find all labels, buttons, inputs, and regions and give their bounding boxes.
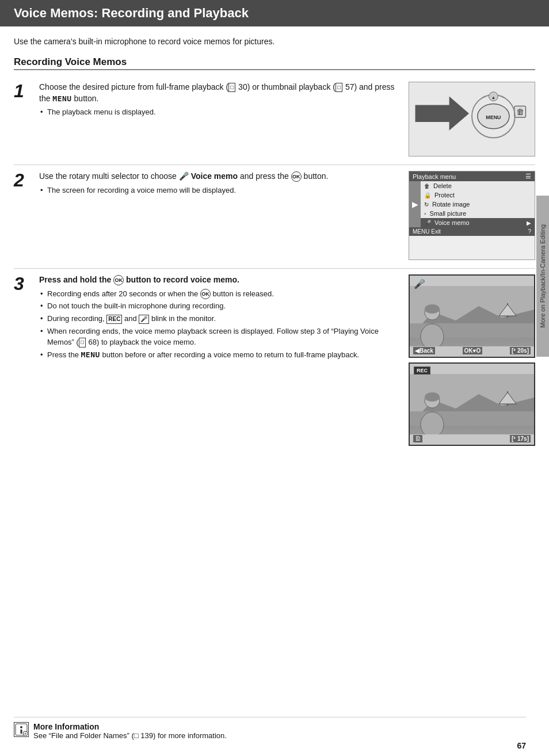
- footer-info: + More Information See “File and Folder …: [14, 722, 526, 740]
- rotate-icon: ↻: [424, 201, 429, 208]
- page-title: Voice Memos: Recording and Playback: [14, 6, 249, 21]
- person-svg-2: [417, 391, 448, 434]
- pm-item-voice: 🎤 Voice memo ▶: [421, 218, 535, 227]
- svg-text:🗑: 🗑: [516, 108, 524, 116]
- svg-rect-27: [21, 730, 22, 734]
- pm-footer: MENU Exit ?: [409, 227, 535, 236]
- delete-icon: 🗑: [424, 183, 430, 189]
- footer-body: See “File and Folder Names” (□ 139) for …: [33, 731, 227, 740]
- pm-item-small: ▫ Small picture: [421, 209, 535, 218]
- step-3-bullet-3: During recording, REC and 🎤 blink in the…: [39, 314, 401, 324]
- svg-point-26: [20, 726, 22, 728]
- pm-footer-right: ?: [528, 228, 531, 235]
- step-3-bullet-2: Do not touch the built-in microphone dur…: [39, 301, 401, 312]
- rec-badge-inline: REC: [106, 315, 122, 324]
- pm-body: ▶ 🗑 Delete 🔒 Protect ↻: [409, 181, 535, 227]
- sidebar-tab-text: More on Playback/In-Camera Editing: [539, 224, 546, 328]
- svg-point-15: [421, 324, 444, 346]
- step-2-number: 2: [14, 171, 35, 260]
- camera-top-diagram: MENU 🗑 ▲: [409, 82, 535, 156]
- playback-menu-diagram: Playback menu ☰ ▶ 🗑 Delete 🔒 P: [409, 171, 535, 260]
- pm-footer-left: MENU Exit: [413, 228, 441, 235]
- svg-text:MENU: MENU: [486, 114, 501, 120]
- pm-menu-items: 🗑 Delete 🔒 Protect ↻ Rotate image: [421, 181, 535, 227]
- camera-screen-2: REC [ᵌ 17s] 🖻: [409, 362, 535, 446]
- step-1-number: 1: [14, 82, 35, 156]
- svg-text:+: +: [24, 732, 26, 736]
- mic-badge-inline: 🎤: [139, 315, 149, 324]
- pm-item-rotate-label: Rotate image: [432, 201, 470, 208]
- pm-menu-icon: ☰: [525, 173, 531, 180]
- step-2-title: Use the rotary multi selector to choose …: [39, 171, 401, 182]
- page-number: 67: [517, 741, 526, 750]
- step-1-row: 1 Choose the desired picture from full-f…: [14, 76, 535, 156]
- pm-item-protect: 🔒 Protect: [421, 190, 535, 200]
- step-1-image: MENU 🗑 ▲: [409, 82, 535, 156]
- screen1-timer: [ᵌ 20s]: [510, 347, 531, 354]
- pm-item-voice-label: Voice memo: [434, 219, 470, 226]
- step-2-bullets: The screen for recording a voice memo wi…: [39, 185, 401, 196]
- pm-item-delete: 🗑 Delete: [421, 181, 535, 190]
- step-3-number: 3: [14, 274, 35, 446]
- ok-btn-2: OK: [113, 275, 124, 285]
- voice-memo-icon: 🎤: [424, 220, 431, 226]
- footer-section: + More Information See “File and Folder …: [14, 717, 526, 740]
- svg-point-23: [421, 412, 444, 434]
- pm-item-delete-label: Delete: [433, 182, 452, 189]
- book-icon-2: □: [336, 83, 342, 92]
- screen1-back-btn: ◀Back: [413, 347, 435, 354]
- step-3-bullets: Recording ends after 20 seconds or when …: [39, 289, 401, 361]
- screen1-bottom-bar: ◀Back OK♥O [ᵌ 20s]: [410, 347, 534, 354]
- step-3-row: 3 Press and hold the OK button to record…: [14, 268, 535, 446]
- svg-point-24: [425, 392, 440, 402]
- mic-indicator: 🎤: [414, 278, 425, 289]
- screen2-icon-bl: 🖻: [413, 435, 422, 442]
- ok-btn-inline-1: OK: [200, 289, 211, 299]
- svg-text:▲: ▲: [491, 95, 496, 100]
- book-icon-3: □: [79, 338, 86, 348]
- step-2-image: Playback menu ☰ ▶ 🗑 Delete 🔒 P: [409, 171, 535, 260]
- voice-memo-label: 🎤 Voice memo: [179, 171, 238, 181]
- sidebar-tab: More on Playback/In-Camera Editing: [536, 196, 549, 357]
- pm-item-rotate: ↻ Rotate image: [421, 200, 535, 209]
- intro-text: Use the camera’s built-in microphone to …: [14, 37, 535, 46]
- footer-text-block: More Information See “File and Folder Na…: [33, 722, 227, 740]
- step-2-content: Use the rotary multi selector to choose …: [39, 171, 401, 260]
- section-heading: Recording Voice Memos: [14, 56, 535, 70]
- screen2-timer: [ᵌ 17s]: [510, 435, 531, 442]
- step-3-bullet-1: Recording ends after 20 seconds or when …: [39, 289, 401, 300]
- step-1-title: Choose the desired picture from full-fra…: [39, 82, 401, 104]
- protect-icon: 🔒: [424, 192, 431, 198]
- step-2-row: 2 Use the rotary multi selector to choos…: [14, 165, 535, 260]
- info-icon: +: [14, 722, 29, 737]
- pm-title-bar: Playback menu ☰: [409, 171, 535, 181]
- step-3-bullet-5: Press the MENU button before or after re…: [39, 350, 401, 361]
- step-2-bullet-1: The screen for recording a voice memo wi…: [39, 185, 401, 196]
- pm-item-protect-label: Protect: [434, 192, 455, 198]
- step-1-bullet-1: The playback menu is displayed.: [39, 107, 401, 118]
- step-3-title-strong: Press and hold the OK button to record v…: [39, 275, 239, 284]
- person-svg-1: [417, 303, 448, 346]
- step-3-content: Press and hold the OK button to record v…: [39, 274, 401, 446]
- rec-badge-display: REC: [414, 366, 430, 375]
- pm-left-arrow: ▶: [409, 181, 421, 227]
- footer-heading: More Information: [33, 722, 227, 731]
- book-icon-1: □: [228, 83, 235, 92]
- step-1-content: Choose the desired picture from full-fra…: [39, 82, 401, 156]
- pm-title-text: Playback menu: [413, 173, 456, 180]
- small-pic-icon: ▫: [424, 211, 426, 217]
- steps-container: 1 Choose the desired picture from full-f…: [14, 76, 535, 446]
- footer-divider: [14, 717, 526, 717]
- step-1-bullets: The playback menu is displayed.: [39, 107, 401, 118]
- step-3-title: Press and hold the OK button to record v…: [39, 274, 401, 286]
- svg-point-16: [425, 304, 440, 314]
- step-3-bullet-4: When recording ends, the voice memo play…: [39, 326, 401, 348]
- ok-button-icon: OK: [291, 171, 302, 182]
- pm-item-small-label: Small picture: [430, 210, 467, 217]
- menu-key-2: MENU: [81, 350, 100, 359]
- pm-item-arrow: ▶: [527, 220, 531, 226]
- step-3-images: 🎤 ◀Back OK♥O [ᵌ 20s]: [409, 274, 535, 446]
- menu-key-1: MENU: [52, 94, 71, 103]
- main-content: Use the camera’s built-in microphone to …: [0, 26, 549, 446]
- screen1-ok-btn: OK♥O: [463, 347, 483, 354]
